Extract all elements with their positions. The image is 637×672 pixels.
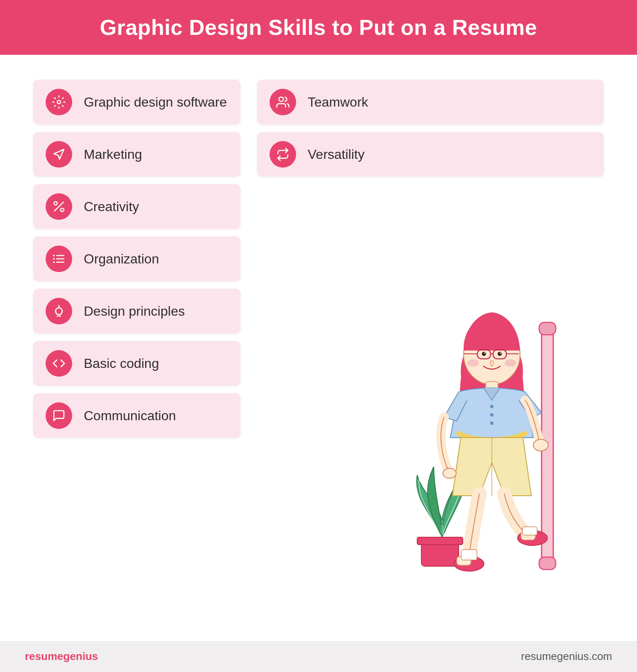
svg-point-12 xyxy=(279,97,284,102)
svg-point-26 xyxy=(482,352,486,356)
svg-point-38 xyxy=(443,468,456,478)
illustration xyxy=(380,301,612,624)
skill-label-teamwork: Teamwork xyxy=(308,95,368,110)
svg-point-27 xyxy=(498,352,502,356)
page-title: Graphic Design Skills to Put on a Resume xyxy=(25,15,612,40)
skill-label-communication: Communication xyxy=(84,408,176,424)
svg-point-1 xyxy=(54,202,57,205)
svg-point-29 xyxy=(500,353,501,354)
page-footer: resumegenius resumegenius.com xyxy=(0,641,637,672)
left-skills-column: Graphic design software Marketing Creati… xyxy=(33,80,241,624)
skill-label-graphic-design-software: Graphic design software xyxy=(84,95,227,110)
footer-brand-plain: resume xyxy=(25,650,63,662)
design-principles-icon xyxy=(46,298,72,324)
page-header: Graphic Design Skills to Put on a Resume xyxy=(0,0,637,55)
svg-point-2 xyxy=(61,208,64,212)
skill-card-design-principles: Design principles xyxy=(33,289,241,334)
svg-point-8 xyxy=(53,258,55,260)
skill-card-graphic-design-software: Graphic design software xyxy=(33,80,241,124)
svg-line-3 xyxy=(54,202,63,211)
svg-point-31 xyxy=(505,359,516,367)
svg-rect-16 xyxy=(539,322,556,335)
skill-card-teamwork: Teamwork xyxy=(257,80,604,124)
right-skills-column: Teamwork Versatility xyxy=(257,80,604,624)
svg-rect-14 xyxy=(417,537,463,545)
svg-point-28 xyxy=(484,353,486,354)
svg-point-33 xyxy=(490,405,494,408)
svg-point-37 xyxy=(533,439,548,451)
svg-rect-17 xyxy=(539,557,556,570)
skill-card-organization: Organization xyxy=(33,236,241,281)
skill-card-versatility: Versatility xyxy=(257,132,604,177)
skill-label-design-principles: Design principles xyxy=(84,304,185,319)
skill-card-creativity: Creativity xyxy=(33,184,241,229)
creativity-icon xyxy=(46,193,72,220)
svg-point-0 xyxy=(57,100,61,104)
organization-icon xyxy=(46,246,72,272)
teamwork-icon xyxy=(270,89,296,115)
footer-brand: resumegenius xyxy=(25,650,98,663)
skill-label-organization: Organization xyxy=(84,251,159,267)
basic-coding-icon xyxy=(46,350,72,377)
svg-point-30 xyxy=(467,359,479,367)
skill-label-basic-coding: Basic coding xyxy=(84,356,159,371)
graphic-design-software-icon xyxy=(46,89,72,115)
svg-rect-46 xyxy=(523,527,537,535)
skill-label-creativity: Creativity xyxy=(84,199,139,214)
skill-card-basic-coding: Basic coding xyxy=(33,341,241,386)
svg-point-9 xyxy=(53,261,55,263)
skill-card-communication: Communication xyxy=(33,393,241,438)
footer-brand-highlight: genius xyxy=(63,650,98,662)
svg-point-35 xyxy=(490,421,494,425)
marketing-icon xyxy=(46,141,72,168)
skill-label-marketing: Marketing xyxy=(84,147,142,162)
svg-rect-45 xyxy=(461,550,477,560)
svg-point-34 xyxy=(490,413,494,416)
versatility-icon xyxy=(270,141,296,168)
main-content: Graphic design software Marketing Creati… xyxy=(0,55,637,641)
skill-card-marketing: Marketing xyxy=(33,132,241,177)
footer-url: resumegenius.com xyxy=(521,650,612,663)
communication-icon xyxy=(46,402,72,429)
svg-point-7 xyxy=(53,255,55,256)
skill-label-versatility: Versatility xyxy=(308,147,365,162)
